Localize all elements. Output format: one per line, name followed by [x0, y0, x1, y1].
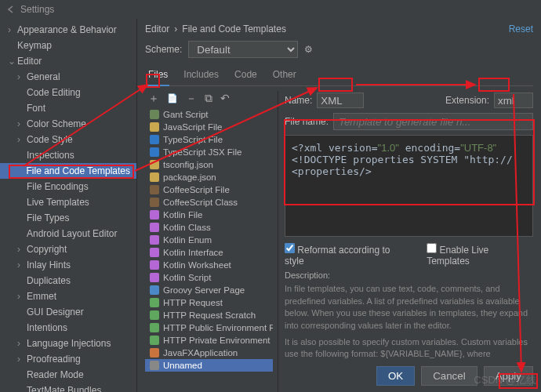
template-item[interactable]: HTTP Private Environment File [145, 334, 273, 347]
watermark: CSDN @亿线 [474, 373, 536, 387]
sidebar-item[interactable]: Reader Mode [0, 367, 136, 383]
template-item[interactable]: CoffeeScript Class [145, 196, 273, 209]
reset-link[interactable]: Reset [509, 24, 533, 34]
back-icon[interactable] [6, 5, 16, 14]
tab-files[interactable]: Files [147, 66, 169, 86]
sidebar-item[interactable]: ›Language Injections [0, 336, 136, 351]
sidebar-item[interactable]: File and Code Templates [0, 163, 136, 179]
chevron-right-icon: › [174, 24, 177, 34]
template-item[interactable]: Kotlin Worksheet [145, 259, 273, 271]
settings-tree: ›Appearance & BehaviorKeymap⌄Editor›Gene… [0, 19, 137, 392]
sidebar-item[interactable]: Android Layout Editor [0, 226, 136, 241]
sidebar-item[interactable]: ›Copyright [0, 241, 136, 257]
revert-icon[interactable]: ↶ [220, 93, 230, 103]
name-label: Name: [285, 95, 312, 106]
scheme-label: Scheme: [145, 44, 182, 55]
tab-other[interactable]: Other [271, 66, 298, 85]
sidebar-item[interactable]: ›Appearance & Behavior [0, 22, 136, 38]
sidebar-item[interactable]: ›Color Scheme [0, 116, 136, 132]
sidebar-item[interactable]: Duplicates [0, 273, 136, 289]
extension-input[interactable] [494, 93, 533, 108]
template-item[interactable]: tsconfig.json [145, 158, 273, 171]
template-item[interactable]: Kotlin Script [145, 271, 273, 284]
gear-icon[interactable]: ⚙ [304, 44, 313, 55]
sidebar-item[interactable]: ›Proofreading [0, 351, 136, 367]
template-item[interactable]: Kotlin Enum [145, 234, 273, 246]
template-item[interactable]: Unnamed [145, 359, 273, 372]
template-item[interactable]: Kotlin Interface [145, 246, 273, 259]
template-item[interactable]: Kotlin Class [145, 221, 273, 234]
crumb-page: File and Code Templates [182, 24, 286, 34]
template-item[interactable]: Groovy Server Page [145, 284, 273, 296]
filename-label: File name: [285, 116, 329, 127]
filename-input[interactable] [333, 113, 533, 130]
sidebar-item[interactable]: ›General [0, 69, 136, 85]
template-item[interactable]: Kotlin File [145, 209, 273, 221]
template-editor[interactable]: <?xml version="1.0" encoding="UTF-8" <!D… [285, 135, 533, 237]
sidebar-item[interactable]: Intentions [0, 320, 136, 336]
breadcrumb: Editor › File and Code Templates Reset [145, 24, 533, 41]
sidebar-item[interactable]: Code Editing [0, 85, 136, 100]
template-item[interactable]: JavaFXApplication [145, 347, 273, 359]
titlebar: Settings [0, 0, 541, 19]
template-item[interactable]: JavaScript File [145, 121, 273, 133]
crumb-editor[interactable]: Editor [145, 24, 169, 34]
add-icon[interactable]: ＋ [148, 93, 159, 103]
name-input[interactable] [317, 93, 364, 108]
cancel-button[interactable]: Cancel [421, 366, 477, 386]
template-list[interactable]: Gant ScriptJavaScript FileTypeScript Fil… [145, 108, 273, 392]
tab-includes[interactable]: Includes [182, 66, 220, 85]
sidebar-item[interactable]: ›Inlay Hints [0, 257, 136, 273]
sidebar-item[interactable]: GUI Designer [0, 304, 136, 320]
sidebar-item[interactable]: TextMate Bundles [0, 383, 136, 392]
sidebar-item[interactable]: Live Templates [0, 194, 136, 210]
add-file-icon[interactable]: 📄 [167, 94, 178, 103]
tab-code[interactable]: Code [233, 66, 259, 85]
template-item[interactable]: package.json [145, 171, 273, 183]
template-item[interactable]: HTTP Request [145, 296, 273, 309]
sidebar-item[interactable]: ⌄Editor [0, 53, 136, 69]
ok-button[interactable]: OK [376, 366, 415, 386]
sidebar-item[interactable]: ›Emmet [0, 289, 136, 304]
sidebar-item[interactable]: ›Code Style [0, 132, 136, 147]
sidebar-item[interactable]: File Encodings [0, 179, 136, 194]
template-item[interactable]: HTTP Request Scratch [145, 309, 273, 321]
template-item[interactable]: TypeScript JSX File [145, 146, 273, 158]
scheme-select[interactable]: Default [188, 41, 298, 58]
copy-icon[interactable]: ⧉ [205, 93, 212, 103]
template-item[interactable]: TypeScript File [145, 133, 273, 146]
live-template-checkbox[interactable]: Enable Live Templates [427, 243, 533, 267]
reformat-checkbox[interactable]: Reformat according to style [285, 243, 411, 267]
template-item[interactable]: Gant Script [145, 108, 273, 121]
sidebar-item[interactable]: File Types [0, 210, 136, 226]
extension-label: Extension: [445, 95, 489, 106]
window-title: Settings [20, 4, 54, 15]
template-item[interactable]: HTTP Public Environment File [145, 321, 273, 334]
sidebar-item[interactable]: Inspections [0, 147, 136, 163]
template-item[interactable]: CoffeeScript File [145, 183, 273, 196]
sidebar-item[interactable]: Keymap [0, 38, 136, 53]
description-panel: Description: In file templates, you can … [285, 270, 533, 360]
remove-icon[interactable]: － [186, 93, 197, 103]
tab-bar: FilesIncludesCodeOther [145, 66, 533, 86]
sidebar-item[interactable]: Font [0, 100, 136, 116]
